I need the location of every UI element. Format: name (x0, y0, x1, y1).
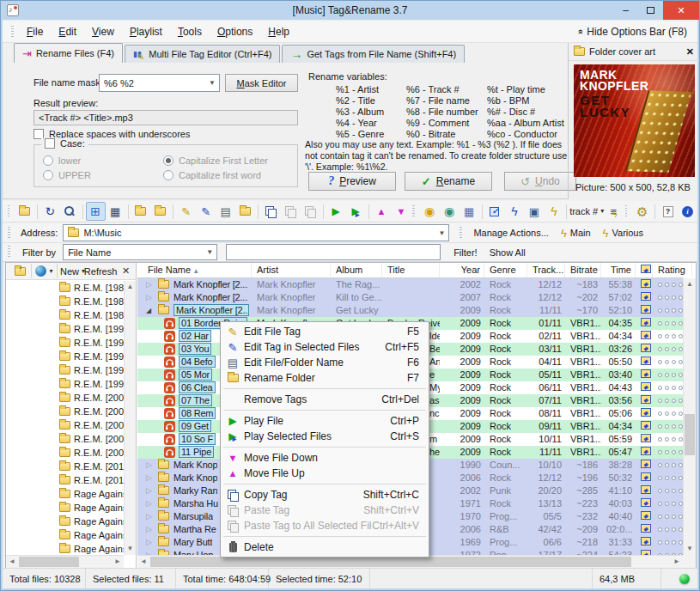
folder-up-button[interactable]: ↑ (9, 264, 28, 279)
expand-icon[interactable]: ▷ (146, 291, 152, 304)
radio-selected-icon[interactable] (163, 155, 173, 166)
auto-number-button[interactable]: ≡ϟ (604, 202, 624, 221)
paste-tag-all-button[interactable] (301, 202, 320, 221)
expand-icon[interactable]: ▷ (146, 459, 152, 472)
info-button[interactable]: i (678, 202, 697, 221)
filter-button[interactable]: Filter! (447, 244, 484, 261)
list-vertical-scrollbar[interactable]: ▲ ▼ (683, 278, 696, 555)
case-checkbox[interactable]: Case: (41, 138, 88, 149)
context-menu-item-move-file-up[interactable]: ▲Move File Up (222, 466, 428, 481)
checkbox-icon[interactable] (45, 138, 55, 149)
collapse-icon[interactable]: ◢ (146, 304, 151, 317)
column-header-album[interactable]: Album (331, 263, 382, 277)
help-button[interactable]: ? (658, 202, 678, 221)
network-browse-button[interactable]: ▾ (34, 264, 54, 279)
tree-item[interactable]: R.E.M. [1988 (6, 308, 124, 322)
tree-item[interactable]: Rage Agains (6, 515, 124, 528)
column-header-title[interactable]: Title (382, 263, 440, 277)
menu-playlist[interactable]: Playlist (122, 26, 170, 38)
process-blue-button[interactable]: ϟ (504, 202, 524, 221)
tree-item[interactable]: R.E.M. [1996 (6, 363, 124, 377)
file-row[interactable]: ▷Mark Knopfler [2...Mark KnopflerKill to… (137, 291, 683, 304)
undo-button[interactable]: ↺ Undo (504, 172, 576, 191)
edit-tag-button[interactable]: ✎ (176, 202, 196, 221)
window-view-button[interactable]: ▦ (460, 202, 479, 221)
radio-capitalize-first-letter[interactable]: Capitalize First Letter (163, 155, 268, 166)
play-selected-button[interactable]: ▶▸ (346, 202, 366, 221)
show-all-button[interactable]: Show All (484, 244, 532, 261)
column-header-time[interactable]: Time (601, 263, 636, 277)
scrollbar-thumb[interactable] (19, 557, 79, 567)
expand-icon[interactable]: ▷ (146, 278, 152, 291)
tree-item[interactable]: R.E.M. [1987 (6, 295, 124, 308)
copy-window-button[interactable]: ▣ (524, 202, 544, 221)
tree-item[interactable]: R.E.M. [1998 (6, 377, 124, 391)
expand-icon[interactable]: ▷ (146, 549, 152, 555)
close-sidebar-button[interactable]: ✕ (116, 264, 136, 279)
play-file-button[interactable]: ▶ (326, 202, 346, 221)
context-menu-item-edit-file-tag[interactable]: ✎Edit File TagF5 (222, 324, 428, 339)
expand-icon[interactable]: ▷ (146, 484, 152, 497)
close-button[interactable]: ✕ (663, 1, 699, 20)
scroll-down-arrow[interactable]: ▼ (125, 543, 136, 555)
minimize-button[interactable]: – (613, 1, 638, 20)
mask-editor-button[interactable]: Mask Editor (225, 74, 298, 92)
tree-item[interactable]: Rage Agains (6, 542, 124, 556)
tree-item[interactable]: R.E.M. [2011 (6, 460, 124, 473)
context-menu-item-paste-tag[interactable]: Paste TagShift+Ctrl+V (222, 503, 428, 518)
menu-view[interactable]: View (84, 26, 122, 38)
sidebar-horizontal-scrollbar[interactable]: ◄ ► (6, 555, 124, 568)
context-menu-item-edit-tag-in-selected-files[interactable]: ✎Edit Tag in Selected FilesCtrl+F5 (222, 339, 428, 355)
tree-item[interactable]: Rage Agains (6, 528, 124, 542)
maximize-button[interactable] (638, 1, 663, 20)
chevron-down-icon[interactable]: ▼ (203, 248, 216, 256)
tag-check-button[interactable] (484, 202, 504, 221)
sidebar-vertical-scrollbar[interactable]: ▲ ▼ (124, 281, 136, 555)
expand-icon[interactable]: ▷ (146, 472, 152, 484)
column-header-year[interactable]: Year (440, 263, 484, 277)
new-folder-button[interactable]: New▾ (60, 264, 85, 279)
tree-item[interactable]: R.E.M. [1991 (6, 322, 124, 336)
scrollbar-thumb[interactable] (685, 414, 695, 455)
file-row[interactable]: ▷Mark Knopfler [2...Mark KnopflerThe Rag… (137, 278, 683, 291)
scroll-left-arrow[interactable]: ◄ (137, 556, 149, 568)
tab-multi-file-tag-editor-ctrl-f[interactable]: ▮▮✎Multi File Tag Editor (Ctrl+F4) (125, 45, 280, 63)
web-database-button[interactable]: ◉ (440, 202, 460, 221)
action-main-button[interactable]: ϟMain (555, 224, 597, 241)
copy-tag-button[interactable] (261, 202, 281, 221)
preview-button[interactable]: ? Preview (308, 172, 396, 191)
action-various-button[interactable]: ϟVarious (597, 224, 649, 241)
chevron-down-icon[interactable]: ▼ (205, 79, 219, 87)
menu-tools[interactable]: Tools (170, 26, 210, 38)
radio-upper[interactable]: UPPER (43, 170, 91, 180)
filter-field-combobox[interactable]: File Name ▼ (63, 244, 217, 260)
context-menu-item-play-selected-files[interactable]: ▶▸Play Selected FilesCtrl+S (222, 429, 428, 444)
tree-item[interactable]: R.E.M. [1994 (6, 350, 124, 363)
cd-database-button[interactable]: ◉ (420, 202, 440, 221)
tree-item[interactable]: R.E.M. [2004 (6, 418, 124, 432)
context-menu-item-remove-tags[interactable]: Remove TagsCtrl+Del (222, 392, 428, 407)
tree-item[interactable]: R.E.M. [201 (6, 473, 124, 487)
tree-item[interactable]: Rage Agains (6, 501, 124, 515)
menu-help[interactable]: Help (260, 26, 297, 38)
close-icon[interactable]: ✕ (686, 46, 694, 58)
column-header-genre[interactable]: Genre (484, 263, 527, 277)
settings-gear-button[interactable]: ⚙ (632, 202, 652, 221)
filter-query-input[interactable] (226, 244, 441, 260)
expand-icon[interactable]: ▷ (146, 523, 152, 536)
menu-options[interactable]: Options (210, 26, 260, 38)
album-cover-image[interactable]: MARKKNOPFLER GETLUCKY (574, 64, 695, 177)
context-menu-item-copy-tag[interactable]: Copy TagShift+Ctrl+C (222, 487, 428, 503)
move-down-button[interactable]: ▼ (391, 202, 411, 221)
context-menu-item-move-file-down[interactable]: ▼Move File Down (222, 450, 428, 466)
track-number-dropdown[interactable]: track #▾ (569, 202, 604, 221)
column-header-rating[interactable]: Rating (653, 263, 692, 277)
column-header-image[interactable] (636, 263, 653, 277)
column-header-bitrate[interactable]: Bitrate (565, 263, 601, 277)
menu-edit[interactable]: Edit (51, 26, 84, 38)
scroll-left-arrow[interactable]: ◄ (6, 556, 18, 568)
column-header-track[interactable]: Track... (527, 263, 565, 277)
scroll-up-arrow[interactable]: ▲ (125, 281, 136, 293)
context-menu-item-rename-folder[interactable]: Rename FolderF7 (222, 370, 428, 386)
refresh-tree-button[interactable]: Refresh (85, 264, 116, 279)
